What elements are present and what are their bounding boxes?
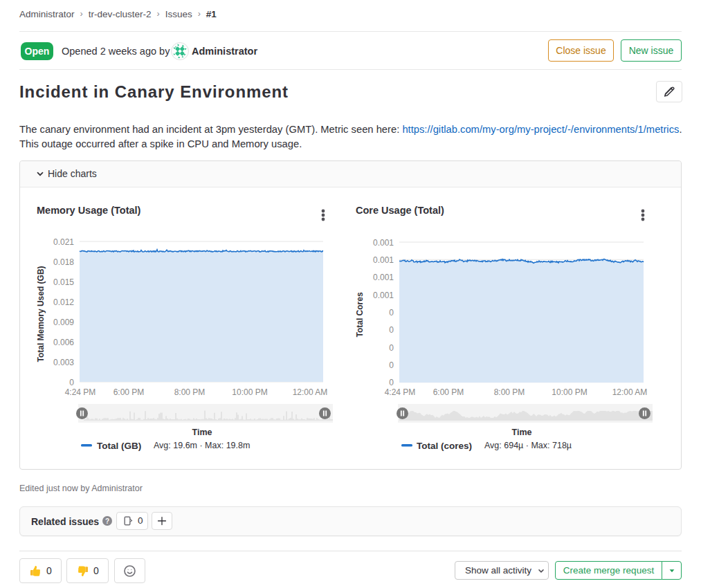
- svg-text:?: ?: [105, 517, 109, 525]
